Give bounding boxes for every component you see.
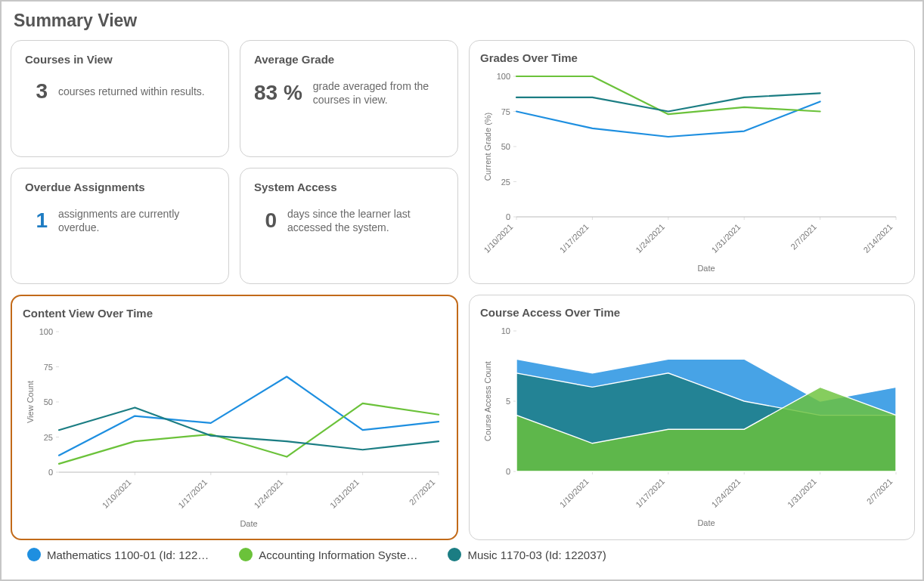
svg-text:1/10/2021: 1/10/2021 [482, 222, 514, 255]
stat-value: 1 [25, 209, 48, 233]
legend: Mathematics 1100-01 (Id: 122… Accounting… [27, 548, 913, 561]
card-content-view-over-time: Content View Over Time 0255075100View Co… [11, 295, 458, 540]
svg-text:2/7/2021: 2/7/2021 [408, 477, 437, 507]
svg-text:50: 50 [501, 142, 510, 151]
svg-text:2/7/2021: 2/7/2021 [789, 222, 818, 252]
chart-course-access: 0510Course Access Count1/10/20211/17/202… [480, 326, 904, 530]
stat-desc: assignments are currently overdue. [58, 207, 215, 234]
svg-text:1/17/2021: 1/17/2021 [176, 477, 209, 510]
card-title: System Access [254, 181, 444, 193]
svg-text:1/24/2021: 1/24/2021 [634, 222, 666, 255]
card-title: Overdue Assignments [25, 181, 215, 193]
card-grades-over-time: Grades Over Time 0255075100Current Grade… [469, 40, 915, 284]
svg-text:1/17/2021: 1/17/2021 [558, 222, 591, 255]
svg-text:0: 0 [506, 467, 510, 476]
legend-label: Accounting Information Syste… [259, 549, 417, 561]
card-courses-in-view: Courses in View 3 courses returned withi… [11, 40, 229, 157]
legend-item-accounting: Accounting Information Syste… [239, 548, 417, 561]
svg-text:25: 25 [44, 433, 53, 442]
svg-text:1/24/2021: 1/24/2021 [253, 477, 285, 510]
svg-text:1/31/2021: 1/31/2021 [786, 477, 818, 509]
stat-desc: days since the learner last accessed the… [287, 207, 444, 234]
legend-item-mathematics: Mathematics 1100-01 (Id: 122… [27, 548, 209, 561]
legend-swatch-icon [27, 548, 41, 561]
stat-value: 0 [254, 209, 277, 233]
svg-text:1/10/2021: 1/10/2021 [101, 477, 133, 510]
legend-label: Music 1170-03 (Id: 122037) [467, 549, 606, 561]
svg-text:0: 0 [506, 212, 510, 221]
stat-desc: grade averaged from the courses in view. [313, 79, 444, 107]
svg-text:Date: Date [697, 264, 715, 273]
svg-text:Date: Date [240, 519, 257, 528]
svg-text:75: 75 [501, 107, 510, 116]
chart-title: Grades Over Time [480, 51, 904, 64]
legend-swatch-icon [448, 548, 461, 561]
svg-text:75: 75 [44, 363, 53, 372]
svg-text:View Count: View Count [26, 381, 35, 423]
svg-text:2/14/2021: 2/14/2021 [861, 222, 894, 255]
svg-text:1/24/2021: 1/24/2021 [710, 477, 743, 509]
card-overdue-assignments: Overdue Assignments 1 assignments are cu… [11, 168, 229, 285]
svg-text:50: 50 [44, 397, 53, 406]
legend-swatch-icon [239, 548, 253, 561]
svg-text:10: 10 [501, 326, 510, 335]
svg-text:Current Grade (%): Current Grade (%) [483, 113, 492, 181]
card-title: Courses in View [25, 53, 215, 66]
card-title: Average Grade [254, 53, 444, 66]
card-average-grade: Average Grade 83 % grade averaged from t… [240, 40, 458, 157]
svg-text:2/7/2021: 2/7/2021 [865, 477, 895, 506]
svg-text:Course Access Count: Course Access Count [483, 361, 492, 441]
stat-value: 83 % [254, 81, 302, 105]
card-course-access-over-time: Course Access Over Time 0510Course Acces… [469, 295, 915, 540]
svg-text:100: 100 [497, 72, 510, 81]
svg-text:5: 5 [506, 397, 510, 406]
svg-text:1/10/2021: 1/10/2021 [558, 477, 591, 509]
legend-label: Mathematics 1100-01 (Id: 122… [47, 549, 209, 561]
stat-value: 3 [25, 79, 48, 104]
svg-text:100: 100 [39, 327, 53, 336]
svg-text:0: 0 [48, 468, 53, 477]
card-system-access: System Access 0 days since the learner l… [240, 168, 458, 285]
chart-grades: 0255075100Current Grade (%)1/10/20211/17… [480, 72, 904, 276]
svg-text:Date: Date [697, 518, 715, 527]
stat-desc: courses returned within results. [58, 85, 205, 98]
legend-item-music: Music 1170-03 (Id: 122037) [448, 548, 606, 561]
chart-content-view: 0255075100View Count1/10/20211/17/20211/… [23, 327, 446, 531]
chart-title: Content View Over Time [23, 307, 446, 320]
svg-text:1/31/2021: 1/31/2021 [710, 222, 743, 255]
svg-text:1/31/2021: 1/31/2021 [328, 477, 361, 510]
page-title: Summary View [14, 11, 913, 31]
svg-text:25: 25 [501, 178, 510, 187]
chart-title: Course Access Over Time [480, 306, 904, 319]
svg-text:1/17/2021: 1/17/2021 [634, 477, 666, 509]
